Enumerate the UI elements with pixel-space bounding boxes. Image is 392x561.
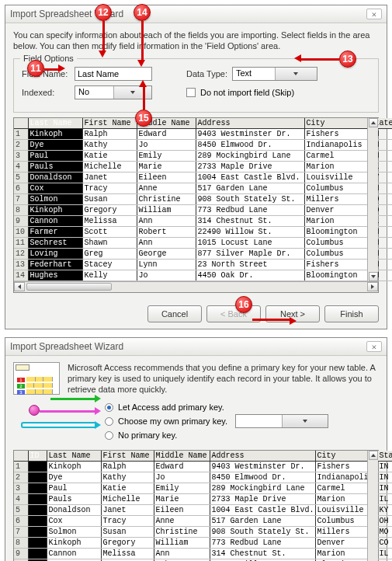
cell[interactable]: Christine bbox=[154, 527, 210, 538]
cell[interactable] bbox=[28, 505, 47, 516]
vertical-scrollbar[interactable] bbox=[367, 118, 378, 281]
chevron-down-icon[interactable] bbox=[282, 415, 328, 427]
chevron-down-icon[interactable] bbox=[275, 68, 317, 80]
cell[interactable]: 8450 Elmwood Dr. bbox=[210, 472, 315, 483]
finish-button[interactable]: Finish bbox=[324, 305, 379, 322]
cell[interactable]: Janet bbox=[82, 172, 137, 183]
column-header[interactable]: ID bbox=[28, 451, 47, 462]
cell[interactable] bbox=[28, 527, 47, 538]
column-header[interactable]: Middle Name bbox=[154, 451, 210, 462]
cell[interactable]: Pauls bbox=[28, 161, 82, 172]
cell[interactable] bbox=[28, 549, 47, 559]
cell[interactable]: William bbox=[137, 204, 196, 215]
cell[interactable]: Eileen bbox=[154, 505, 210, 516]
scroll-up-icon[interactable] bbox=[369, 118, 378, 127]
table-row[interactable]: 4PaulsMichelleMarie2733 Maple DriveMario… bbox=[14, 161, 392, 172]
cell[interactable]: IN bbox=[377, 462, 392, 472]
cell[interactable]: Loving bbox=[28, 248, 82, 259]
table-row[interactable]: 9CannonMelissaAnn314 Chestnut St.MarionI… bbox=[14, 549, 392, 559]
cell[interactable]: Gregory bbox=[101, 538, 154, 549]
cell[interactable]: 2733 Maple Drive bbox=[196, 161, 304, 172]
cell[interactable]: Bloomington bbox=[304, 270, 368, 280]
cell[interactable]: Robert bbox=[137, 226, 196, 237]
cell[interactable]: 9403 Westminster Dr. bbox=[196, 128, 304, 139]
table-row[interactable]: 11SechrestShawnAnn1015 Locust LaneColumb… bbox=[14, 237, 392, 248]
cell[interactable]: 1004 East Castle Blvd. bbox=[196, 172, 304, 183]
cell[interactable]: Columbus bbox=[304, 237, 368, 248]
cell[interactable]: Katie bbox=[101, 483, 154, 494]
cell[interactable]: Kathy bbox=[101, 472, 154, 483]
cell[interactable]: Sechrest bbox=[28, 237, 82, 248]
cell[interactable]: Cannon bbox=[47, 549, 101, 559]
table-row[interactable]: 8KinkophGregoryWilliam773 Redbud LaneDen… bbox=[14, 204, 392, 215]
cell[interactable]: Kinkoph bbox=[47, 538, 101, 549]
radio-icon[interactable] bbox=[105, 431, 113, 440]
cell[interactable]: Edward bbox=[154, 462, 210, 472]
column-header[interactable]: Address bbox=[196, 118, 304, 129]
cell[interactable] bbox=[28, 483, 47, 494]
cell[interactable]: Denver bbox=[304, 204, 368, 215]
cell[interactable]: IN bbox=[377, 483, 392, 494]
cell[interactable]: Indianapolis bbox=[304, 139, 368, 150]
cell[interactable] bbox=[28, 462, 47, 472]
cell[interactable]: Gregory bbox=[82, 204, 137, 215]
cell[interactable]: MO bbox=[377, 527, 392, 538]
cell[interactable]: Cannon bbox=[28, 215, 82, 226]
cell[interactable]: 517 Garden Lane bbox=[196, 183, 304, 193]
chevron-down-icon[interactable] bbox=[113, 86, 152, 99]
cell[interactable]: Tracy bbox=[101, 516, 154, 527]
cell[interactable]: Cox bbox=[28, 183, 82, 193]
cell[interactable]: William bbox=[154, 538, 210, 549]
table-row[interactable]: 5DonaldsonJanetEileen1004 East Castle Bl… bbox=[14, 172, 392, 183]
cell[interactable] bbox=[28, 472, 47, 483]
cell[interactable]: Anne bbox=[137, 183, 196, 193]
cell[interactable]: Pauls bbox=[47, 494, 101, 505]
scroll-right-icon[interactable] bbox=[367, 282, 378, 291]
cell[interactable]: Ann bbox=[137, 215, 196, 226]
cell[interactable]: Marie bbox=[154, 494, 210, 505]
cell[interactable]: Columbus bbox=[304, 248, 368, 259]
cell[interactable]: 9403 Westminster Dr. bbox=[210, 462, 315, 472]
scroll-left-icon[interactable] bbox=[14, 282, 25, 291]
cell[interactable]: Paul bbox=[28, 150, 82, 161]
cell[interactable]: Marion bbox=[304, 215, 368, 226]
table-row[interactable]: 9CannonMelissaAnn314 Chestnut St.MarionI… bbox=[14, 215, 392, 226]
cell[interactable]: Susan bbox=[82, 193, 137, 204]
table-row[interactable]: 1KinkophRalphEdward9403 Westminster Dr.F… bbox=[14, 462, 392, 472]
table-row[interactable]: 3PaulKatieEmily289 Mockingbird LaneCarme… bbox=[14, 483, 392, 494]
close-icon[interactable]: ⨉ bbox=[366, 9, 382, 19]
cell[interactable]: Edward bbox=[137, 128, 196, 139]
titlebar[interactable]: Import Spreadsheet Wizard ⨉ bbox=[5, 5, 387, 23]
scroll-up-icon[interactable] bbox=[369, 451, 378, 460]
cell[interactable]: Marie bbox=[137, 161, 196, 172]
skip-checkbox[interactable] bbox=[186, 88, 196, 97]
table-row[interactable]: 1KinkophRalphEdward9403 Westminster Dr.F… bbox=[14, 128, 392, 139]
column-header[interactable]: Last Name bbox=[28, 118, 82, 129]
cell[interactable]: Fishers bbox=[304, 259, 368, 270]
cell[interactable]: Dye bbox=[28, 139, 82, 150]
next-button[interactable]: Next > bbox=[265, 305, 320, 322]
cell[interactable]: Federhart bbox=[28, 259, 82, 270]
cell[interactable]: Melissa bbox=[101, 549, 154, 559]
cell[interactable]: Farmer bbox=[28, 226, 82, 237]
cell[interactable]: Marion bbox=[304, 161, 368, 172]
column-header[interactable]: City bbox=[304, 118, 368, 129]
cell[interactable]: Carmel bbox=[304, 150, 368, 161]
cell[interactable]: Anne bbox=[154, 516, 210, 527]
table-row[interactable]: 2DyeKathyJo8450 Elmwood Dr.IndianapolisI… bbox=[14, 472, 392, 483]
horizontal-scrollbar[interactable] bbox=[14, 281, 378, 292]
table-row[interactable]: 12LovingGregGeorge877 Silver Maple Dr.Co… bbox=[14, 248, 392, 259]
cell[interactable]: 8450 Elmwood Dr. bbox=[196, 139, 304, 150]
cell[interactable]: OH bbox=[377, 516, 392, 527]
table-row[interactable]: 2DyeKathyJo8450 Elmwood Dr.IndianapolisI… bbox=[14, 139, 392, 150]
radio-icon[interactable] bbox=[105, 403, 113, 412]
cell[interactable]: Kinkoph bbox=[47, 462, 101, 472]
cell[interactable]: 23 North Street bbox=[196, 259, 304, 270]
cell[interactable]: Melissa bbox=[82, 215, 137, 226]
cell[interactable]: 1004 East Castle Blvd. bbox=[210, 505, 315, 516]
column-header[interactable]: Middle Name bbox=[137, 118, 196, 129]
preview-grid[interactable]: IDLast NameFirst NameMiddle NameAddressC… bbox=[13, 450, 379, 561]
cell[interactable]: 4450 Oak Dr. bbox=[196, 270, 304, 280]
cell[interactable]: Lynn bbox=[137, 259, 196, 270]
cell[interactable]: Louisville bbox=[304, 172, 368, 183]
